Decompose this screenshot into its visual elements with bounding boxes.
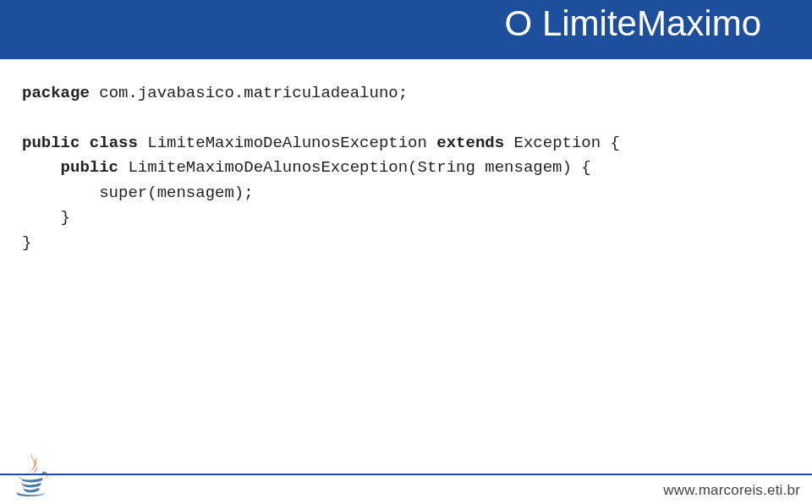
code-text: com.javabasico.matriculadealuno;	[90, 84, 408, 102]
code-text: LimiteMaximoDeAlunosException	[138, 134, 436, 152]
java-icon	[12, 450, 52, 499]
code-indent	[22, 184, 99, 202]
code-indent	[22, 158, 61, 177]
header-bar: O LimiteMaximo	[0, 0, 812, 59]
footer-url: www.marcoreis.eti.br	[663, 482, 800, 499]
keyword-package: package	[22, 84, 90, 102]
keyword-extends: extends	[436, 134, 504, 152]
keyword-class: class	[80, 134, 137, 152]
keyword-public: public	[61, 158, 118, 177]
code-text: }	[22, 233, 31, 252]
keyword-public: public	[22, 134, 80, 152]
code-text: }	[61, 208, 70, 227]
code-block: package com.javabasico.matriculadealuno;…	[0, 59, 812, 255]
code-indent	[22, 208, 61, 227]
code-text: super(mensagem);	[99, 184, 253, 202]
code-text: LimiteMaximoDeAlunosException(String men…	[118, 158, 591, 177]
footer-bar: www.marcoreis.eti.br	[0, 474, 812, 504]
code-text: Exception {	[504, 134, 620, 152]
page-title: O LimiteMaximo	[505, 3, 761, 44]
